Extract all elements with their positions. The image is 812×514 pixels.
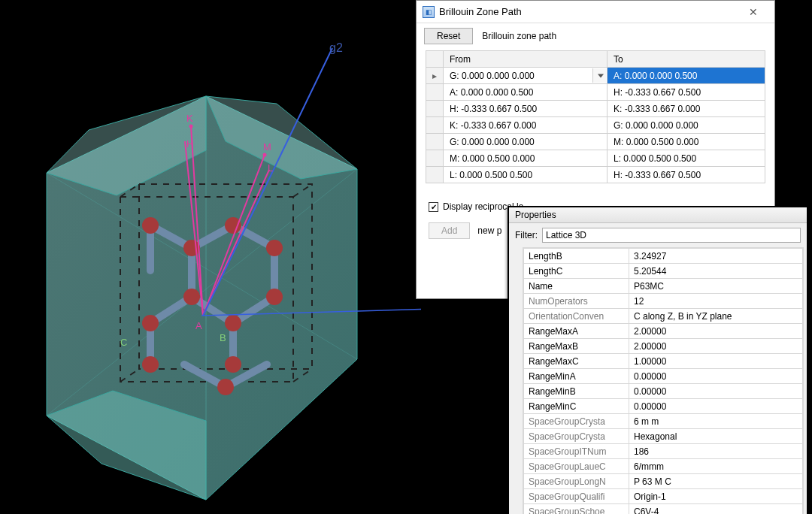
property-row[interactable]: LengthB3.24927 <box>524 249 803 264</box>
cell-from[interactable]: G: 0.000 0.000 0.000 <box>444 134 607 150</box>
path-label: Brillouin zone path <box>482 31 556 41</box>
property-key: OrientationConven <box>524 309 629 324</box>
properties-title: Properties <box>509 207 807 223</box>
cell-to[interactable]: M: 0.000 0.500 0.000 <box>607 134 765 150</box>
property-value[interactable]: P 63 M C <box>629 474 803 489</box>
property-key: RangeMaxB <box>524 339 629 354</box>
property-key: SpaceGroupCrysta <box>524 429 629 444</box>
property-row[interactable]: SpaceGroupCrystaHexagonal <box>524 429 803 444</box>
table-row[interactable]: A: 0.000 0.000 0.500H: -0.333 0.667 0.50… <box>426 84 765 101</box>
cell-to[interactable]: A: 0.000 0.000 0.500 <box>607 68 765 84</box>
property-value[interactable]: C along Z, B in YZ plane <box>629 309 803 324</box>
table-row[interactable]: ▸G: 0.000 0.000 0.000A: 0.000 0.000 0.50… <box>426 68 765 84</box>
properties-table[interactable]: LengthB3.24927LengthC5.20544NameP63MCNum… <box>523 248 803 514</box>
cell-from[interactable]: H: -0.333 0.667 0.500 <box>444 101 607 117</box>
viewport-3d[interactable]: K H M L A C B g2 <box>0 0 421 514</box>
svg-point-40 <box>189 125 193 128</box>
property-value[interactable]: 6 m m <box>629 414 803 429</box>
display-reciprocal-checkbox[interactable]: ✔ <box>429 202 438 212</box>
property-value[interactable]: P63MC <box>629 279 803 294</box>
property-value[interactable]: Hexagonal <box>629 429 803 444</box>
dialog-title: Brillouin Zone Path <box>439 6 738 17</box>
svg-point-33 <box>225 356 241 373</box>
property-row[interactable]: SpaceGroupSchoeC6V-4 <box>524 504 803 515</box>
property-key: RangeMinA <box>524 369 629 384</box>
property-key: SpaceGroupQualifi <box>524 489 629 504</box>
property-row[interactable]: SpaceGroupQualifiOrigin-1 <box>524 489 803 504</box>
table-row[interactable]: K: -0.333 0.667 0.000G: 0.000 0.000 0.00… <box>426 117 765 134</box>
path-table[interactable]: From To ▸G: 0.000 0.000 0.000A: 0.000 0.… <box>426 50 765 183</box>
property-key: RangeMinC <box>524 399 629 414</box>
table-row[interactable]: M: 0.000 0.500 0.000L: 0.000 0.500 0.500 <box>426 150 765 167</box>
table-row[interactable]: L: 0.000 0.500 0.500H: -0.333 0.667 0.50… <box>426 167 765 183</box>
property-row[interactable]: SpaceGroupCrysta6 m m <box>524 414 803 429</box>
property-row[interactable]: OrientationConvenC along Z, B in YZ plan… <box>524 309 803 324</box>
cell-to[interactable]: H: -0.333 0.667 0.500 <box>607 84 765 101</box>
svg-point-30 <box>266 240 283 256</box>
property-key: LengthC <box>524 264 629 279</box>
cell-from[interactable]: L: 0.000 0.500 0.500 <box>444 167 607 183</box>
cell-from[interactable]: G: 0.000 0.000 0.000 <box>444 68 607 84</box>
property-row[interactable]: SpaceGroupLongNP 63 M C <box>524 474 803 489</box>
axis-label-m: M <box>263 141 271 153</box>
cell-from[interactable]: K: -0.333 0.667 0.000 <box>444 117 607 134</box>
new-point-label: new p <box>477 225 501 236</box>
property-row[interactable]: RangeMinA0.00000 <box>524 369 803 384</box>
cell-from[interactable]: M: 0.000 0.500 0.000 <box>444 150 607 167</box>
svg-point-26 <box>183 240 200 256</box>
property-value[interactable]: 0.00000 <box>629 384 803 399</box>
property-value[interactable]: 2.00000 <box>629 339 803 354</box>
filter-input[interactable] <box>542 228 801 243</box>
property-value[interactable]: C6V-4 <box>629 504 803 515</box>
property-value[interactable]: 0.00000 <box>629 369 803 384</box>
property-row[interactable]: SpaceGroupLaueC6/mmm <box>524 459 803 474</box>
property-row[interactable]: SpaceGroupITNum186 <box>524 444 803 459</box>
property-key: Name <box>524 279 629 294</box>
property-value[interactable]: 0.00000 <box>629 399 803 414</box>
add-button[interactable]: Add <box>429 222 470 239</box>
property-value[interactable]: 12 <box>629 294 803 309</box>
property-row[interactable]: LengthC5.20544 <box>524 264 803 279</box>
col-to[interactable]: To <box>607 51 765 68</box>
reset-button[interactable]: Reset <box>424 28 473 44</box>
property-key: SpaceGroupLongN <box>524 474 629 489</box>
table-row[interactable]: H: -0.333 0.667 0.500K: -0.333 0.667 0.0… <box>426 101 765 117</box>
property-value[interactable]: Origin-1 <box>629 489 803 504</box>
svg-point-27 <box>183 289 200 305</box>
property-row[interactable]: NameP63MC <box>524 279 803 294</box>
property-row[interactable]: RangeMaxC1.00000 <box>524 354 803 369</box>
close-icon[interactable]: ✕ <box>738 4 768 20</box>
table-row[interactable]: G: 0.000 0.000 0.000M: 0.000 0.500 0.000 <box>426 134 765 150</box>
property-value[interactable]: 2.00000 <box>629 324 803 339</box>
svg-point-34 <box>217 379 234 395</box>
property-row[interactable]: NumOperators12 <box>524 294 803 309</box>
property-key: NumOperators <box>524 294 629 309</box>
col-from[interactable]: From <box>444 51 607 68</box>
svg-point-41 <box>263 153 267 157</box>
filter-label: Filter: <box>515 230 538 240</box>
property-value[interactable]: 3.24927 <box>629 249 803 264</box>
cell-from[interactable]: A: 0.000 0.000 0.500 <box>444 84 607 101</box>
property-key: RangeMaxC <box>524 354 629 369</box>
property-value[interactable]: 5.20544 <box>629 264 803 279</box>
svg-point-28 <box>142 315 159 331</box>
axis-label-a: A <box>195 320 202 331</box>
property-row[interactable]: RangeMaxA2.00000 <box>524 324 803 339</box>
property-key: RangeMaxA <box>524 324 629 339</box>
property-value[interactable]: 1.00000 <box>629 354 803 369</box>
axis-label-l: L <box>268 162 273 174</box>
property-row[interactable]: RangeMinC0.00000 <box>524 399 803 414</box>
property-value[interactable]: 186 <box>629 444 803 459</box>
property-value[interactable]: 6/mmm <box>629 459 803 474</box>
dialog-titlebar[interactable]: ◧ Brillouin Zone Path ✕ <box>417 1 774 23</box>
property-row[interactable]: RangeMaxB2.00000 <box>524 339 803 354</box>
cell-to[interactable]: L: 0.000 0.500 0.500 <box>607 150 765 167</box>
svg-point-31 <box>266 289 283 305</box>
app-icon: ◧ <box>423 6 435 18</box>
cell-to[interactable]: G: 0.000 0.000 0.000 <box>607 117 765 134</box>
cell-to[interactable]: H: -0.333 0.667 0.500 <box>607 167 765 183</box>
axis-label-c: C <box>120 337 127 348</box>
property-row[interactable]: RangeMinB0.00000 <box>524 384 803 399</box>
svg-point-29 <box>225 315 241 331</box>
cell-to[interactable]: K: -0.333 0.667 0.000 <box>607 101 765 117</box>
